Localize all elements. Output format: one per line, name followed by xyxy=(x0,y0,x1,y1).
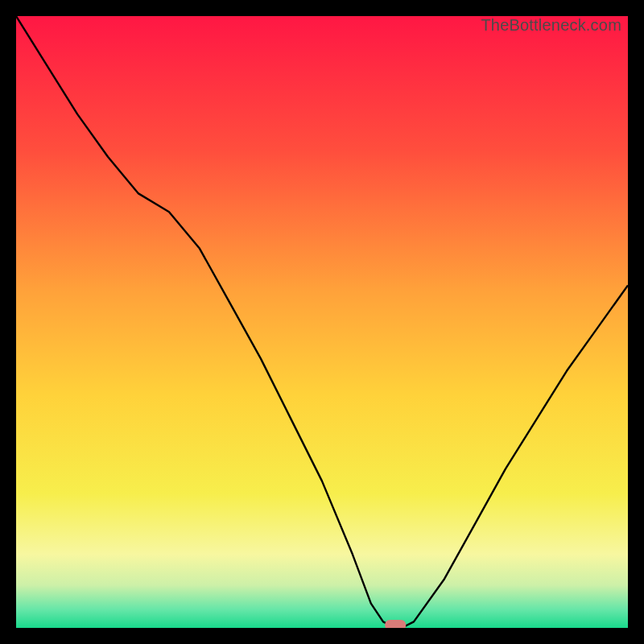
target-marker xyxy=(385,620,406,628)
watermark: TheBottleneck.com xyxy=(481,16,621,35)
bottleneck-curve xyxy=(16,16,628,628)
chart-root: TheBottleneck.com xyxy=(0,0,644,644)
plot-area: TheBottleneck.com xyxy=(16,16,628,628)
curve-layer xyxy=(16,16,628,628)
